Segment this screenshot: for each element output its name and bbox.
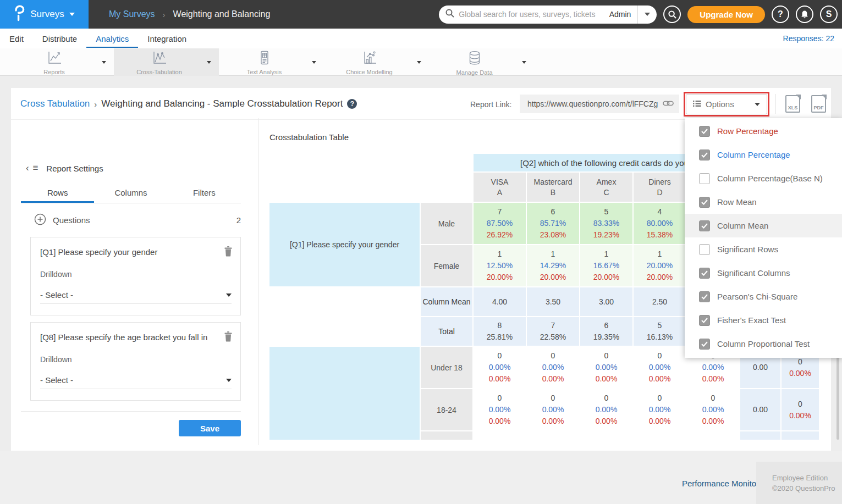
global-search-input[interactable] — [454, 10, 609, 19]
copyright-label: ©2020 QuestionPro — [772, 483, 842, 494]
tab-distribute[interactable]: Distribute — [33, 30, 86, 48]
drilldown-select[interactable]: - Select - — [40, 372, 232, 389]
data-cell: 00.00%0.00% — [634, 347, 686, 388]
checkbox[interactable] — [699, 339, 710, 350]
delete-icon[interactable] — [224, 331, 233, 344]
checkbox[interactable] — [699, 173, 710, 184]
toolbar-item-choice-modelling[interactable]: Choice Modelling — [324, 48, 429, 76]
checkbox[interactable] — [699, 149, 710, 160]
help-button[interactable]: ? — [772, 5, 789, 23]
option-column-percentage-base-n[interactable]: Column Percentage(Base N) — [685, 167, 842, 190]
option-significant-rows[interactable]: Significant Rows — [685, 237, 842, 261]
option-row-percentage[interactable]: Row Percentage — [685, 119, 842, 143]
edition-block: Employee Edition ©2020 QuestionPro — [756, 462, 842, 504]
data-cell: 116.67%20.00% — [580, 245, 632, 286]
chevron-down-icon — [226, 379, 232, 382]
product-switcher[interactable]: Surveys — [0, 0, 89, 29]
tab-columns[interactable]: Columns — [94, 184, 167, 203]
link-icon[interactable] — [663, 99, 674, 109]
toolbar-item-reports[interactable]: Reports — [9, 48, 114, 76]
row-label: Total — [421, 317, 472, 346]
question-card-q1: [Q1] Please specify your gender Drilldow… — [30, 237, 241, 315]
col-header-amex: AmexC — [580, 173, 632, 202]
breadcrumb-current: Weighting and Balancing — [173, 9, 271, 19]
col-header-mastercard: MastercardB — [527, 173, 579, 202]
chevron-down-icon[interactable] — [102, 61, 106, 64]
questions-count: 2 — [236, 215, 241, 225]
chevron-down-icon[interactable] — [417, 61, 421, 64]
bell-icon — [800, 10, 809, 19]
tab-integration[interactable]: Integration — [138, 30, 196, 48]
export-xls-button[interactable]: XLS — [785, 95, 800, 113]
option-column-percentage[interactable]: Column Percentage — [685, 143, 842, 167]
options-button[interactable]: Options — [686, 94, 767, 114]
report-link-url[interactable]: https://www.questionpro.com/t/lFFCZg — [527, 99, 663, 108]
document-icon — [257, 51, 272, 67]
report-breadcrumb: Cross Tabulation › Weighting and Balanci… — [20, 98, 357, 109]
account-avatar[interactable]: S — [820, 5, 838, 23]
toolbar-item-manage-data[interactable]: Manage Data — [429, 48, 534, 76]
question-text: [Q1] Please specify your gender — [40, 247, 232, 257]
toolbar-item-cross-tabulation[interactable]: Cross-Tabulation — [114, 48, 219, 76]
export-pdf-button[interactable]: PDF — [811, 95, 826, 113]
option-row-mean[interactable]: Row Mean — [685, 190, 842, 214]
data-cell: 722.58% — [527, 317, 579, 346]
tab-rows[interactable]: Rows — [21, 184, 94, 203]
row-label: 18-24 — [421, 389, 472, 430]
report-settings-panel: ‹ ≡ Report Settings Rows Columns Filters… — [11, 120, 258, 451]
data-cell: 00.00%0.00% — [687, 389, 739, 430]
checkbox[interactable] — [699, 291, 710, 302]
cross-tabulation-link[interactable]: Cross Tabulation — [20, 98, 90, 109]
delete-icon[interactable] — [224, 246, 233, 259]
crosstab-title: Crosstabulation Table — [269, 132, 349, 142]
report-link-field[interactable]: https://www.questionpro.com/t/lFFCZg — [520, 95, 679, 113]
report-card-header: Cross Tabulation › Weighting and Balanci… — [11, 88, 831, 120]
survey-nav: Edit Distribute Analytics Integration Re… — [0, 29, 842, 48]
checkbox[interactable] — [699, 197, 710, 208]
tab-filters[interactable]: Filters — [168, 184, 241, 203]
checkbox[interactable] — [699, 315, 710, 326]
performance-monitor-link[interactable]: Performance Monitor — [682, 479, 759, 488]
chevron-down-icon[interactable] — [312, 61, 316, 64]
questions-row[interactable]: Questions 2 — [34, 213, 241, 227]
options-dropdown: Row Percentage Column Percentage Column … — [685, 118, 842, 358]
upgrade-now-button[interactable]: Upgrade Now — [687, 6, 765, 23]
line-chart-icon — [152, 51, 167, 67]
report-help-icon[interactable]: ? — [347, 99, 357, 109]
add-question-icon[interactable] — [34, 213, 46, 227]
option-column-mean[interactable]: Column Mean — [685, 214, 842, 237]
checkbox[interactable] — [699, 126, 710, 137]
chevron-down-icon[interactable] — [522, 61, 526, 64]
question-card-q8: [Q8] Please specify the age bracket you … — [30, 322, 241, 401]
row-label: Male — [421, 203, 472, 244]
analytics-toolbar: Reports Cross-Tabulation Text Analysis C… — [0, 48, 842, 76]
drilldown-select[interactable]: - Select - — [40, 286, 232, 304]
option-column-proportional-test[interactable]: Column Proportional Test — [685, 332, 842, 356]
search-scope-caret[interactable] — [638, 5, 657, 24]
chevron-down-icon[interactable] — [207, 61, 211, 64]
collapse-panel-icon[interactable]: ‹ ≡ — [26, 163, 38, 174]
product-caret-icon — [69, 13, 75, 16]
notifications-button[interactable] — [796, 5, 813, 23]
toolbar-item-text-analysis[interactable]: Text Analysis — [219, 48, 324, 76]
checkbox[interactable] — [699, 244, 710, 255]
option-pearsons-chi-square[interactable]: Pearson's Chi-Square — [685, 285, 842, 308]
search-scope-label[interactable]: Admin — [609, 10, 638, 19]
export-divider — [775, 94, 776, 114]
search-submit-button[interactable] — [663, 5, 681, 23]
data-cell: 516.13% — [634, 317, 686, 346]
row-question-cell-q8 — [269, 347, 420, 440]
options-label: Options — [706, 99, 750, 109]
option-fishers-exact-test[interactable]: Fisher's Exact Test — [685, 308, 842, 332]
breadcrumb-my-surveys[interactable]: My Surveys — [109, 9, 155, 19]
data-cell: 3.00 — [580, 287, 632, 316]
checkbox[interactable] — [699, 268, 710, 279]
option-significant-columns[interactable]: Significant Columns — [685, 261, 842, 285]
tab-edit[interactable]: Edit — [0, 30, 33, 48]
save-button[interactable]: Save — [179, 420, 241, 436]
checkbox[interactable] — [699, 220, 710, 231]
toolbar-item-label: Reports — [43, 69, 65, 75]
drilldown-label: Drilldown — [40, 270, 232, 279]
tab-analytics[interactable]: Analytics — [86, 30, 138, 48]
data-cell: 825.81% — [474, 317, 526, 346]
